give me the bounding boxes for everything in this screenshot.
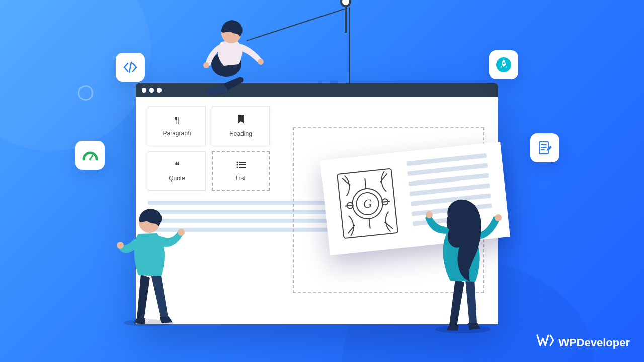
watermark-text: WPDeveloper <box>558 336 630 349</box>
quote-icon: ❝ <box>175 160 180 171</box>
svg-point-24 <box>435 325 491 333</box>
svg-point-13 <box>503 62 505 64</box>
svg-point-14 <box>89 158 91 160</box>
block-label: Quote <box>169 175 185 182</box>
block-quote[interactable]: ❝ Quote <box>148 151 206 191</box>
block-paragraph[interactable]: ¶ Paragraph <box>148 106 206 145</box>
person-standing-right <box>420 178 506 334</box>
watermark: WPDeveloper <box>536 334 630 351</box>
svg-point-0 <box>236 161 238 163</box>
rocket-icon <box>489 50 518 79</box>
window-dot <box>149 88 154 93</box>
block-list[interactable]: List <box>212 151 270 191</box>
svg-point-25 <box>426 211 433 218</box>
rope-vertical <box>349 7 350 85</box>
svg-point-22 <box>117 242 124 249</box>
note-edit-icon <box>530 133 559 162</box>
wpdeveloper-logo-icon <box>536 334 554 351</box>
browser-titlebar <box>136 83 498 97</box>
window-dot <box>157 88 162 93</box>
svg-rect-1 <box>239 162 246 163</box>
person-sitting-top <box>196 9 272 95</box>
svg-point-17 <box>258 59 264 65</box>
paragraph-icon: ¶ <box>175 115 180 126</box>
pulley-wheel <box>340 0 351 7</box>
block-label: List <box>236 175 246 182</box>
bookmark-icon <box>237 115 245 126</box>
gauge-icon <box>75 141 105 170</box>
list-icon <box>236 160 246 171</box>
person-standing-left <box>113 186 189 327</box>
gutenberg-ornament: G <box>331 163 404 245</box>
svg-rect-3 <box>239 164 246 165</box>
svg-rect-5 <box>239 167 246 168</box>
svg-point-21 <box>178 229 185 236</box>
svg-text:G: G <box>363 197 373 211</box>
window-dot <box>142 88 146 93</box>
block-label: Heading <box>229 130 252 137</box>
svg-point-2 <box>236 164 238 165</box>
svg-point-4 <box>236 166 238 168</box>
svg-point-26 <box>495 214 502 221</box>
block-label: Paragraph <box>163 130 191 137</box>
svg-point-18 <box>203 62 209 68</box>
code-icon <box>116 53 145 82</box>
block-heading[interactable]: Heading <box>212 106 270 145</box>
decorative-ring <box>78 85 93 101</box>
